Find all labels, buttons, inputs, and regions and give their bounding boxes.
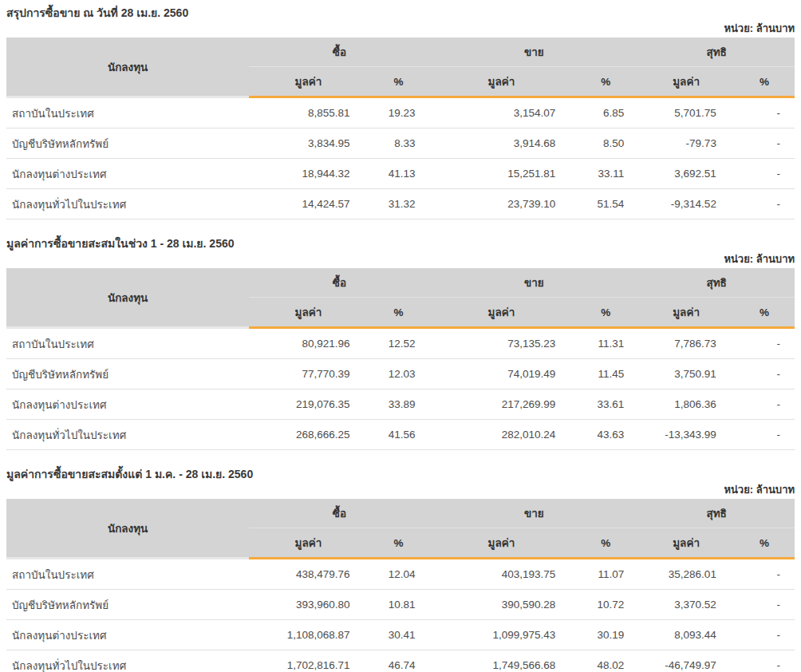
net-percent-cell: -: [734, 590, 795, 620]
sell-value-cell: 1,099,975.43: [430, 620, 574, 650]
sell-percent-cell: 48.02: [573, 650, 638, 672]
investor-trading-table-daily: นักลงทุน ซื้อ ขาย สุทธิ มูลค่า % มูลค่า …: [6, 38, 795, 219]
sell-value-cell: 3,154.07: [430, 97, 574, 128]
year-to-date-trading-summary-section: มูลค่าการซื้อขายสะสมตั้งแต่ 1 ม.ค. - 28 …: [0, 468, 801, 672]
col-header-buy: ซื้อ: [249, 38, 429, 67]
buy-percent-cell: 8.33: [367, 128, 429, 159]
buy-percent-cell: 41.13: [367, 159, 429, 189]
net-value-cell: 1,806.36: [638, 389, 734, 420]
net-percent-cell: -: [734, 189, 795, 219]
col-header-net-percent: %: [734, 67, 795, 97]
col-header-sell: ขาย: [430, 268, 639, 298]
col-header-investor: นักลงทุน: [6, 38, 249, 97]
net-percent-cell: -: [734, 328, 795, 359]
buy-value-cell: 14,424.57: [249, 189, 367, 219]
net-value-cell: 3,750.91: [638, 359, 734, 389]
buy-percent-cell: 41.56: [367, 420, 429, 450]
table-row: บัญชีบริษัทหลักทรัพย์393,960.8010.81390,…: [6, 590, 795, 620]
net-percent-cell: -: [734, 128, 795, 159]
buy-value-cell: 18,944.32: [249, 159, 367, 189]
net-value-cell: 7,786.73: [638, 328, 734, 359]
buy-value-cell: 393,960.80: [249, 590, 367, 620]
sell-percent-cell: 43.63: [573, 420, 638, 450]
net-percent-cell: -: [734, 389, 795, 420]
buy-percent-cell: 12.04: [367, 559, 429, 590]
investor-name: นักลงทุนต่างประเทศ: [6, 620, 249, 650]
monthly-trading-summary-section: มูลค่าการซื้อขายสะสมในช่วง 1 - 28 เม.ย. …: [0, 237, 801, 450]
net-value-cell: 5,701.75: [638, 97, 734, 128]
daily-trading-summary-section: สรุปการซื้อขาย ณ วันที่ 28 เม.ย. 2560 หน…: [0, 6, 801, 219]
table-row: นักลงทุนต่างประเทศ219,076.3533.89217,269…: [6, 389, 795, 420]
investor-name: บัญชีบริษัทหลักทรัพย์: [6, 590, 249, 620]
table-row: นักลงทุนต่างประเทศ18,944.3241.1315,251.8…: [6, 159, 795, 189]
col-header-net: สุทธิ: [638, 38, 795, 67]
sell-value-cell: 390,590.28: [430, 590, 574, 620]
sell-percent-cell: 10.72: [573, 590, 638, 620]
sell-percent-cell: 51.54: [573, 189, 638, 219]
table-row: สถาบันในประเทศ80,921.9612.5273,135.2311.…: [6, 328, 795, 359]
investor-name: นักลงทุนต่างประเทศ: [6, 159, 249, 189]
sell-value-cell: 217,269.99: [430, 389, 574, 420]
investor-name: บัญชีบริษัทหลักทรัพย์: [6, 128, 249, 159]
sell-percent-cell: 33.11: [573, 159, 638, 189]
sell-percent-cell: 30.19: [573, 620, 638, 650]
col-header-net: สุทธิ: [638, 268, 795, 298]
table-row: บัญชีบริษัทหลักทรัพย์3,834.958.333,914.6…: [6, 128, 795, 159]
net-value-cell: -13,343.99: [638, 420, 734, 450]
sell-value-cell: 282,010.24: [430, 420, 574, 450]
col-header-net-value: มูลค่า: [638, 528, 734, 559]
table-row: นักลงทุนทั่วไปในประเทศ268,666.2541.56282…: [6, 420, 795, 450]
investor-name: นักลงทุนทั่วไปในประเทศ: [6, 650, 249, 672]
col-header-sell-percent: %: [573, 528, 638, 559]
col-header-sell-percent: %: [573, 298, 638, 328]
net-percent-cell: -: [734, 159, 795, 189]
sell-value-cell: 74,019.49: [430, 359, 574, 389]
net-percent-cell: -: [734, 97, 795, 128]
investor-name: สถาบันในประเทศ: [6, 328, 249, 359]
unit-label: หน่วย: ล้านบาท: [6, 484, 795, 496]
net-percent-cell: -: [734, 359, 795, 389]
net-value-cell: 8,093.44: [638, 620, 734, 650]
sell-value-cell: 73,135.23: [430, 328, 574, 359]
section-title-daily: สรุปการซื้อขาย ณ วันที่ 28 เม.ย. 2560: [6, 6, 795, 20]
col-header-buy-value: มูลค่า: [249, 67, 367, 97]
investor-name: สถาบันในประเทศ: [6, 97, 249, 128]
col-header-net-value: มูลค่า: [638, 67, 734, 97]
col-header-buy: ซื้อ: [249, 268, 429, 298]
table-row: นักลงทุนต่างประเทศ1,108,068.8730.411,099…: [6, 620, 795, 650]
col-header-net-percent: %: [734, 528, 795, 559]
investor-trading-table-year-to-date: นักลงทุน ซื้อ ขาย สุทธิ มูลค่า % มูลค่า …: [6, 499, 795, 672]
buy-value-cell: 1,702,816.71: [249, 650, 367, 672]
table-row: บัญชีบริษัทหลักทรัพย์77,770.3912.0374,01…: [6, 359, 795, 389]
table-row: สถาบันในประเทศ8,855.8119.233,154.076.855…: [6, 97, 795, 128]
col-header-sell: ขาย: [430, 38, 639, 67]
investor-name: นักลงทุนทั่วไปในประเทศ: [6, 189, 249, 219]
col-header-sell: ขาย: [430, 499, 639, 528]
net-percent-cell: -: [734, 559, 795, 590]
net-value-cell: -9,314.52: [638, 189, 734, 219]
buy-value-cell: 3,834.95: [249, 128, 367, 159]
net-percent-cell: -: [734, 620, 795, 650]
col-header-buy-value: มูลค่า: [249, 298, 367, 328]
col-header-net-percent: %: [734, 298, 795, 328]
buy-value-cell: 438,479.76: [249, 559, 367, 590]
investor-name: นักลงทุนทั่วไปในประเทศ: [6, 420, 249, 450]
investor-name: นักลงทุนต่างประเทศ: [6, 389, 249, 420]
net-value-cell: 3,370.52: [638, 590, 734, 620]
buy-value-cell: 80,921.96: [249, 328, 367, 359]
buy-percent-cell: 33.89: [367, 389, 429, 420]
net-value-cell: -79.73: [638, 128, 734, 159]
col-header-investor: นักลงทุน: [6, 499, 249, 559]
buy-percent-cell: 10.81: [367, 590, 429, 620]
sell-percent-cell: 11.45: [573, 359, 638, 389]
buy-percent-cell: 31.32: [367, 189, 429, 219]
net-percent-cell: -: [734, 420, 795, 450]
sell-percent-cell: 8.50: [573, 128, 638, 159]
sell-value-cell: 403,193.75: [430, 559, 574, 590]
col-header-sell-value: มูลค่า: [430, 67, 574, 97]
investor-name: บัญชีบริษัทหลักทรัพย์: [6, 359, 249, 389]
net-percent-cell: -: [734, 650, 795, 672]
col-header-sell-percent: %: [573, 67, 638, 97]
col-header-buy: ซื้อ: [249, 499, 429, 528]
buy-percent-cell: 30.41: [367, 620, 429, 650]
